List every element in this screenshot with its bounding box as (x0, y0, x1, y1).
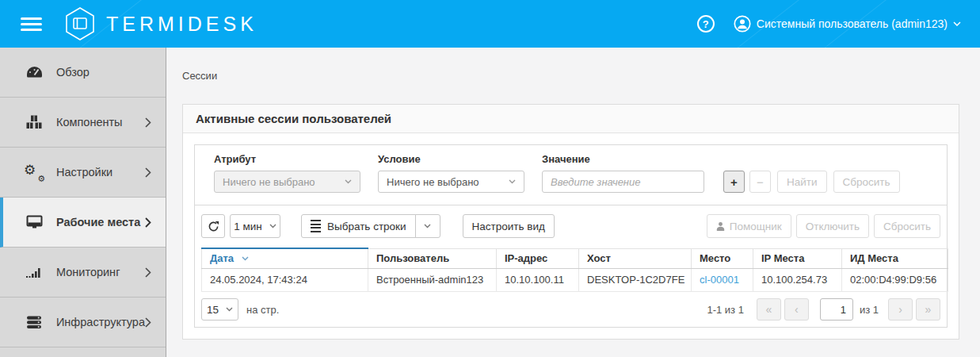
reset-filter-button[interactable]: Сбросить (833, 171, 900, 193)
sidebar-item-components[interactable]: Компоненты (0, 98, 166, 148)
signal-bars-icon (24, 266, 44, 278)
chevron-down-icon (269, 224, 276, 228)
attribute-select[interactable]: Ничего не выбрано (214, 171, 360, 193)
sidebar-item-label: Мониторинг (56, 266, 120, 278)
sidebar-item-settings[interactable]: ⚙⚙ Настройки (0, 148, 166, 198)
chevron-right-icon (145, 217, 151, 228)
prev-page-button[interactable]: ‹ (784, 298, 809, 321)
list-icon (311, 220, 321, 232)
help-icon[interactable]: ? (697, 15, 715, 33)
active-sessions-card: Активные сессии пользователей Атрибут Ни… (182, 104, 959, 340)
reset-sessions-button[interactable]: Сбросить (874, 214, 940, 238)
chevron-down-icon (509, 179, 516, 184)
column-header-user[interactable]: Пользователь (368, 248, 497, 269)
search-button[interactable]: Найти (777, 171, 827, 193)
range-label: 1-1 из 1 (707, 304, 743, 316)
select-rows-dropdown-button[interactable] (415, 214, 440, 238)
sidebar-item-label: Компоненты (56, 116, 123, 129)
sidebar-item-label: Инфраструктура (56, 316, 145, 328)
column-label: Дата (210, 252, 234, 264)
column-header-ip[interactable]: IP-адрес (497, 248, 579, 269)
filter-panel: Атрибут Ничего не выбрано Условие Ничего… (194, 144, 948, 205)
termidesk-logo-icon (64, 6, 96, 41)
sidebar-item-label: Рабочие места (56, 216, 140, 228)
cell-date: 24.05.2024, 17:43:24 (202, 269, 368, 292)
page-size-value: 15 (207, 304, 219, 316)
table-panel: 1 мин Выбрать строки Настроить в (194, 205, 948, 328)
select-rows-label: Выбрать строки (327, 221, 406, 232)
sort-desc-icon (242, 256, 249, 261)
chevron-right-icon (145, 117, 151, 128)
breadcrumb: Сессии (182, 70, 959, 82)
place-link[interactable]: cl-00001 (700, 274, 739, 286)
brand-name: TERMIDESK (106, 13, 257, 36)
table-row[interactable]: 24.05.2024, 17:43:24 Встроенный-admin123… (202, 269, 948, 292)
page-size-select[interactable]: 15 (201, 298, 238, 321)
first-page-button[interactable]: « (757, 298, 781, 321)
termidesk-app: TERMIDESK ? Системный пользователь (admi… (0, 0, 980, 357)
refresh-interval-value: 1 мин (234, 221, 262, 232)
gears-icon: ⚙⚙ (24, 163, 44, 181)
condition-select[interactable]: Ничего не выбрано (378, 171, 524, 193)
person-icon (716, 221, 725, 232)
assistant-button[interactable]: Помощник (707, 214, 791, 238)
disconnect-button[interactable]: Отключить (796, 214, 869, 238)
configure-view-button[interactable]: Настроить вид (463, 214, 555, 238)
cell-place-ip: 10.100.254.73 (753, 269, 842, 292)
chevron-down-icon (226, 307, 233, 312)
add-filter-button[interactable]: + (723, 171, 745, 193)
sidebar-item-workplaces[interactable]: Рабочие места (0, 198, 166, 248)
table-toolbar: 1 мин Выбрать строки Настроить в (201, 214, 940, 238)
select-rows-button[interactable]: Выбрать строки (301, 214, 416, 238)
server-icon (24, 316, 44, 329)
value-input[interactable] (542, 171, 704, 193)
pagination: « ‹ из 1 › » (757, 298, 940, 321)
cell-ip: 10.10.100.11 (497, 269, 579, 292)
sidebar-item-monitoring[interactable]: Мониторинг (0, 248, 166, 298)
next-page-button[interactable]: › (888, 298, 913, 321)
refresh-button[interactable] (201, 214, 225, 238)
per-page-label: на стр. (246, 304, 279, 316)
chevron-down-icon (345, 179, 352, 184)
attribute-select-value: Ничего не выбрано (223, 176, 315, 188)
assistant-label: Помощник (730, 221, 782, 232)
user-avatar-icon (734, 15, 751, 33)
attribute-label: Атрибут (214, 153, 360, 165)
page-number-input[interactable] (820, 298, 853, 321)
cell-place-id: 02:00:D4:99:D9:56 (842, 269, 948, 292)
refresh-interval-select[interactable]: 1 мин (230, 214, 280, 238)
gauge-icon (24, 66, 44, 79)
chevron-right-icon (145, 267, 151, 278)
chevron-down-icon (953, 21, 961, 26)
last-page-button[interactable]: » (916, 298, 940, 321)
card-title: Активные сессии пользователей (183, 105, 959, 133)
column-header-place-id[interactable]: ИД Места (842, 248, 948, 269)
remove-filter-button[interactable]: − (749, 171, 771, 193)
sidebar-nav: Обзор Компоненты ⚙⚙ Нас (0, 48, 166, 357)
cubes-icon (24, 115, 44, 129)
chevron-down-icon (424, 224, 431, 228)
sessions-table: Дата Пользователь IP-адрес Хост Место IP… (201, 248, 948, 292)
monitor-icon (24, 215, 44, 229)
refresh-icon (208, 221, 219, 232)
column-header-place[interactable]: Место (692, 248, 753, 269)
column-header-date[interactable]: Дата (202, 248, 368, 269)
page-of-label: из 1 (860, 304, 879, 316)
cell-user: Встроенный-admin123 (368, 269, 497, 292)
cell-host: DESKTOP-1C2D7FE (579, 269, 692, 292)
cell-place: cl-00001 (692, 269, 753, 292)
user-name-label: Системный пользователь (admin123) (757, 17, 948, 30)
top-bar: TERMIDESK ? Системный пользователь (admi… (0, 0, 980, 48)
column-header-place-ip[interactable]: IP Места (753, 248, 842, 269)
chevron-right-icon (145, 317, 151, 328)
condition-select-value: Ничего не выбрано (387, 176, 479, 188)
condition-label: Условие (378, 153, 524, 165)
value-label: Значение (542, 153, 704, 165)
column-header-host[interactable]: Хост (579, 248, 692, 269)
table-header-row: Дата Пользователь IP-адрес Хост Место IP… (202, 248, 948, 269)
hamburger-menu-icon[interactable] (21, 17, 42, 31)
sidebar-item-overview[interactable]: Обзор (0, 48, 166, 98)
sidebar-item-label: Настройки (56, 166, 112, 178)
main-content: Сессии Активные сессии пользователей Атр… (166, 48, 980, 357)
sidebar-item-infrastructure[interactable]: Инфраструктура (0, 298, 166, 347)
